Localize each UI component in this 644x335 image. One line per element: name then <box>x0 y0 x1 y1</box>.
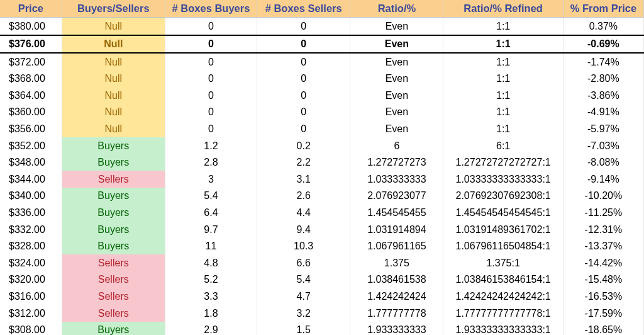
cell-buyers-sellers: Buyers <box>62 322 165 335</box>
cell-boxes-sellers: 3.2 <box>257 305 350 322</box>
table-header: Price Buyers/Sellers # Boxes Buyers # Bo… <box>0 0 644 18</box>
cell-buyers-sellers: Buyers <box>62 137 165 154</box>
cell-price: $332.00 <box>0 221 62 238</box>
cell-ratio: 1.272727273 <box>350 154 443 171</box>
cell-boxes-buyers: 0 <box>165 18 257 35</box>
cell-ratio: 6 <box>350 137 443 154</box>
cell-ratio: Even <box>350 71 443 88</box>
cell-price: $352.00 <box>0 137 62 154</box>
cell-buyers-sellers: Null <box>62 71 165 88</box>
cell-ratio-refined: 6:1 <box>443 137 563 154</box>
cell-boxes-sellers: 4.7 <box>257 288 350 305</box>
cell-boxes-buyers: 3 <box>165 171 257 188</box>
cell-ratio-refined: 1:1 <box>443 53 563 71</box>
cell-buyers-sellers: Null <box>62 35 165 54</box>
cell-price: $316.00 <box>0 288 62 305</box>
cell-ratio: Even <box>350 53 443 71</box>
cell-pct-from-price: -13.37% <box>563 238 643 255</box>
cell-ratio-refined: 2.07692307692308:1 <box>443 188 563 205</box>
header-boxes-buyers: # Boxes Buyers <box>165 0 257 18</box>
cell-ratio-refined: 1:1 <box>443 71 563 88</box>
cell-price: $364.00 <box>0 87 62 104</box>
table-row: $360.00Null00Even1:1-4.91% <box>0 104 644 121</box>
table-row: $372.00Null00Even1:1-1.74% <box>0 53 644 71</box>
table-row: $368.00Null00Even1:1-2.80% <box>0 71 644 88</box>
cell-ratio: Even <box>350 121 443 138</box>
cell-ratio: Even <box>350 87 443 104</box>
cell-pct-from-price: -18.65% <box>563 322 643 335</box>
cell-buyers-sellers: Null <box>62 53 165 71</box>
cell-price: $320.00 <box>0 271 62 288</box>
cell-buyers-sellers: Sellers <box>62 288 165 305</box>
cell-ratio-refined: 1.03846153846154:1 <box>443 271 563 288</box>
table-row: $380.00Null00Even1:10.37% <box>0 18 644 35</box>
table-row: $312.00Sellers1.83.21.7777777781.7777777… <box>0 305 644 322</box>
cell-pct-from-price: -0.69% <box>563 35 643 54</box>
cell-buyers-sellers: Null <box>62 104 165 121</box>
cell-pct-from-price: 0.37% <box>563 18 643 35</box>
cell-ratio-refined: 1.03333333333333:1 <box>443 171 563 188</box>
cell-price: $312.00 <box>0 305 62 322</box>
cell-ratio-refined: 1.42424242424242:1 <box>443 288 563 305</box>
cell-ratio: 1.067961165 <box>350 238 443 255</box>
cell-boxes-buyers: 2.9 <box>165 322 257 335</box>
cell-ratio-refined: 1:1 <box>443 104 563 121</box>
cell-ratio-refined: 1.03191489361702:1 <box>443 221 563 238</box>
cell-price: $308.00 <box>0 322 62 335</box>
cell-ratio-refined: 1:1 <box>443 121 563 138</box>
table-row: $324.00Sellers4.86.61.3751.375:1-14.42% <box>0 254 644 271</box>
table-row: $308.00Buyers2.91.51.9333333331.93333333… <box>0 322 644 335</box>
cell-pct-from-price: -11.25% <box>563 205 643 222</box>
cell-ratio-refined: 1.93333333333333:1 <box>443 322 563 335</box>
cell-ratio-refined: 1:1 <box>443 87 563 104</box>
cell-boxes-buyers: 2.8 <box>165 154 257 171</box>
cell-buyers-sellers: Buyers <box>62 238 165 255</box>
header-buyers-sellers: Buyers/Sellers <box>62 0 165 18</box>
cell-price: $356.00 <box>0 121 62 138</box>
cell-price: $348.00 <box>0 154 62 171</box>
table-row: $356.00Null00Even1:1-5.97% <box>0 121 644 138</box>
header-boxes-sellers: # Boxes Sellers <box>257 0 350 18</box>
cell-pct-from-price: -15.48% <box>563 271 643 288</box>
cell-boxes-sellers: 0 <box>257 18 350 35</box>
cell-boxes-sellers: 0 <box>257 71 350 88</box>
cell-boxes-sellers: 2.2 <box>257 154 350 171</box>
header-ratio-refined: Ratio/% Refined <box>443 0 563 18</box>
cell-buyers-sellers: Buyers <box>62 205 165 222</box>
cell-boxes-buyers: 9.7 <box>165 221 257 238</box>
cell-boxes-sellers: 1.5 <box>257 322 350 335</box>
cell-ratio: Even <box>350 104 443 121</box>
cell-buyers-sellers: Sellers <box>62 254 165 271</box>
cell-boxes-sellers: 0 <box>257 104 350 121</box>
cell-buyers-sellers: Buyers <box>62 188 165 205</box>
cell-boxes-sellers: 0.2 <box>257 137 350 154</box>
cell-boxes-sellers: 5.4 <box>257 271 350 288</box>
cell-price: $368.00 <box>0 71 62 88</box>
table-row: $364.00Null00Even1:1-3.86% <box>0 87 644 104</box>
cell-boxes-sellers: 2.6 <box>257 188 350 205</box>
cell-ratio-refined: 1.77777777777778:1 <box>443 305 563 322</box>
cell-boxes-sellers: 10.3 <box>257 238 350 255</box>
cell-boxes-buyers: 6.4 <box>165 205 257 222</box>
cell-pct-from-price: -8.08% <box>563 154 643 171</box>
cell-buyers-sellers: Buyers <box>62 221 165 238</box>
cell-pct-from-price: -10.20% <box>563 188 643 205</box>
cell-boxes-buyers: 1.8 <box>165 305 257 322</box>
table-row: $336.00Buyers6.44.41.4545454551.45454545… <box>0 205 644 222</box>
cell-boxes-buyers: 5.4 <box>165 188 257 205</box>
cell-ratio: 1.033333333 <box>350 171 443 188</box>
cell-buyers-sellers: Sellers <box>62 171 165 188</box>
cell-boxes-sellers: 0 <box>257 121 350 138</box>
cell-buyers-sellers: Sellers <box>62 271 165 288</box>
cell-boxes-buyers: 4.8 <box>165 254 257 271</box>
cell-ratio: 1.038461538 <box>350 271 443 288</box>
cell-pct-from-price: -5.97% <box>563 121 643 138</box>
cell-price: $380.00 <box>0 18 62 35</box>
cell-boxes-buyers: 5.2 <box>165 271 257 288</box>
table-row: $348.00Buyers2.82.21.2727272731.27272727… <box>0 154 644 171</box>
cell-boxes-sellers: 6.6 <box>257 254 350 271</box>
cell-price: $376.00 <box>0 35 62 54</box>
cell-ratio: Even <box>350 18 443 35</box>
cell-ratio: Even <box>350 35 443 54</box>
cell-boxes-sellers: 0 <box>257 87 350 104</box>
